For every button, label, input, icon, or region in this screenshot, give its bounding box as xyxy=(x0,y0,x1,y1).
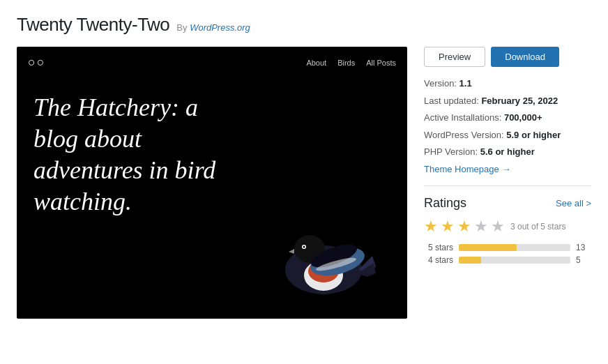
ratings-section: Ratings See all > ★ ★ ★ ★ ★ 3 out of 5 s… xyxy=(424,185,591,265)
page-header: Twenty Twenty-Two By WordPress.org xyxy=(17,14,591,36)
star-display: ★ ★ ★ ★ ★ 3 out of 5 stars xyxy=(424,218,591,236)
version-row: Version: 1.1 xyxy=(424,77,591,91)
active-installs-value: 700,000+ xyxy=(504,112,542,123)
active-installs-label: Active Installations: xyxy=(424,112,501,123)
wp-version-row: WordPress Version: 5.9 or higher xyxy=(424,128,591,142)
php-version-label: PHP Version: xyxy=(424,146,478,157)
wp-version-label: WordPress Version: xyxy=(424,130,504,140)
bird-illustration xyxy=(254,179,393,319)
rating-bar-fill-4 xyxy=(459,257,481,264)
last-updated-value: February 25, 2022 xyxy=(481,96,558,106)
action-buttons: Preview Download xyxy=(424,47,591,67)
version-label: Version: xyxy=(424,78,457,89)
ratings-header: Ratings See all > xyxy=(424,196,591,211)
wp-version-value: 5.9 or higher xyxy=(506,130,561,140)
preview-logo: ○○ xyxy=(28,55,46,70)
version-value: 1.1 xyxy=(459,78,472,89)
preview-headline: The Hatchery: a blog about adventures in… xyxy=(17,78,254,225)
theme-preview: ○○ About Birds All Posts The Hatchery: a… xyxy=(17,47,407,319)
star-5: ★ xyxy=(491,218,505,236)
meta-info: Version: 1.1 Last updated: February 25, … xyxy=(424,77,591,174)
nav-item-about: About xyxy=(306,59,326,67)
active-installs-row: Active Installations: 700,000+ xyxy=(424,111,591,125)
rating-score-text: 3 out of 5 stars xyxy=(510,222,565,232)
author-link[interactable]: WordPress.org xyxy=(190,22,250,33)
arrow-icon: → xyxy=(502,164,511,174)
ratings-title: Ratings xyxy=(424,196,466,211)
download-button[interactable]: Download xyxy=(491,47,559,67)
rating-count-5: 13 xyxy=(576,243,585,252)
rating-label-5: 5 stars xyxy=(424,243,453,252)
rating-row-5stars: 5 stars 13 xyxy=(424,243,591,252)
rating-count-4: 5 xyxy=(576,255,581,265)
preview-nav: ○○ About Birds All Posts xyxy=(17,47,407,78)
star-2: ★ xyxy=(441,218,455,236)
theme-homepage-link[interactable]: Theme Homepage → xyxy=(424,164,511,174)
rating-bar-bg-4 xyxy=(459,257,570,264)
by-author: By WordPress.org xyxy=(176,22,250,33)
headline-italic: The Hatchery: xyxy=(33,93,179,121)
theme-title: Twenty Twenty-Two xyxy=(17,14,169,36)
by-label: By xyxy=(176,22,187,33)
preview-button[interactable]: Preview xyxy=(424,47,485,67)
rating-bar-fill-5 xyxy=(459,244,517,251)
last-updated-row: Last updated: February 25, 2022 xyxy=(424,94,591,108)
svg-point-6 xyxy=(303,246,305,248)
theme-info: Preview Download Version: 1.1 Last updat… xyxy=(424,47,591,268)
last-updated-label: Last updated: xyxy=(424,96,479,106)
rating-label-4: 4 stars xyxy=(424,255,453,265)
php-version-value: 5.6 or higher xyxy=(480,146,535,157)
rating-bar-bg-5 xyxy=(459,244,570,251)
star-4: ★ xyxy=(474,218,488,236)
star-3: ★ xyxy=(457,218,471,236)
nav-item-all-posts: All Posts xyxy=(366,59,396,67)
php-version-row: PHP Version: 5.6 or higher xyxy=(424,145,591,159)
svg-marker-4 xyxy=(289,249,294,254)
nav-item-birds: Birds xyxy=(337,59,355,67)
star-1: ★ xyxy=(424,218,438,236)
theme-homepage-label: Theme Homepage xyxy=(424,164,499,174)
preview-menu: About Birds All Posts xyxy=(306,59,396,67)
main-content: ○○ About Birds All Posts The Hatchery: a… xyxy=(17,47,591,319)
see-all-link[interactable]: See all > xyxy=(556,198,591,208)
rating-row-4stars: 4 stars 5 xyxy=(424,255,591,265)
